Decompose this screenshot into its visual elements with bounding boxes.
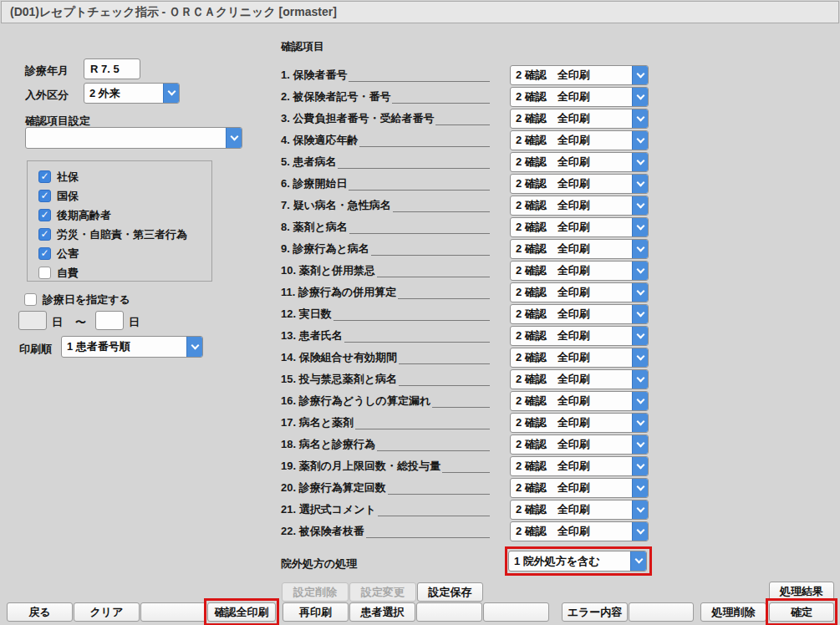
check-item-select[interactable]: 2 確認 全印刷: [510, 174, 649, 194]
check-item-select[interactable]: 2 確認 全印刷: [510, 326, 649, 346]
check-item-select[interactable]: 2 確認 全印刷: [510, 478, 649, 498]
chevron-down-icon[interactable]: [632, 109, 648, 128]
check-item-label: 16. 診療行為どうしの算定漏れ: [281, 390, 490, 412]
chevron-down-icon[interactable]: [632, 414, 648, 432]
check-item-select-value: 2 確認 全印刷: [511, 414, 632, 432]
underline: [399, 363, 490, 364]
process-delete-button[interactable]: 処理削除: [700, 602, 766, 622]
check-item-label: 10. 薬剤と併用禁忌: [281, 260, 490, 282]
date-to-input[interactable]: [95, 311, 124, 330]
check-item-label: 8. 薬剤と病名: [281, 216, 490, 238]
chevron-down-icon[interactable]: [226, 128, 242, 148]
check-item-select[interactable]: 2 確認 全印刷: [510, 130, 649, 150]
checkbox[interactable]: [38, 267, 51, 279]
chevron-down-icon[interactable]: [632, 175, 648, 193]
underline: [388, 494, 490, 495]
check-item-row: 10. 薬剤と併用禁忌 2 確認 全印刷: [281, 260, 649, 282]
confirm-all-print-button[interactable]: 確認全印刷: [207, 602, 276, 622]
blank-button-3[interactable]: [483, 602, 549, 622]
check-item-select[interactable]: 2 確認 全印刷: [510, 87, 649, 107]
specify-date-row: 診療日を指定する: [24, 290, 130, 309]
outside-prescription-select[interactable]: 1 院外処方を含む: [508, 551, 647, 572]
chevron-down-icon[interactable]: [632, 348, 648, 367]
treatment-month-input[interactable]: R 7. 5: [84, 58, 140, 79]
chevron-down-icon[interactable]: [632, 392, 648, 410]
check-item-select[interactable]: 2 確認 全印刷: [510, 196, 649, 216]
clear-button[interactable]: クリア: [74, 602, 140, 622]
chevron-down-icon[interactable]: [632, 522, 648, 541]
chevron-down-icon[interactable]: [163, 84, 179, 103]
check-item-label: 2. 被保険者記号・番号: [281, 86, 490, 108]
print-order-select[interactable]: 1 患者番号順: [61, 336, 203, 358]
underline: [333, 320, 490, 321]
specify-date-checkbox[interactable]: [24, 293, 37, 306]
inout-class-select[interactable]: 2 外来: [84, 83, 180, 104]
chevron-down-icon[interactable]: [186, 337, 202, 357]
error-content-button[interactable]: エラー内容: [562, 602, 628, 622]
confirm-button[interactable]: 確定: [769, 602, 834, 622]
check-item-select[interactable]: 2 確認 全印刷: [510, 282, 649, 302]
chevron-down-icon[interactable]: [632, 370, 648, 389]
print-order-label: 印刷順: [19, 342, 52, 357]
chevron-down-icon[interactable]: [632, 153, 648, 171]
check-item-select[interactable]: 2 確認 全印刷: [510, 217, 649, 237]
blank-button-1[interactable]: [140, 602, 206, 622]
date-from-input[interactable]: [18, 311, 47, 330]
check-item-select[interactable]: 2 確認 全印刷: [510, 521, 649, 541]
chevron-down-icon[interactable]: [632, 131, 648, 150]
check-item-select-value: 2 確認 全印刷: [511, 196, 632, 215]
check-item-select[interactable]: 2 確認 全印刷: [510, 434, 649, 455]
blank-button-2[interactable]: [416, 602, 482, 622]
insurance-filter-group: 社保 国保 後期高齢者 労災・自賠責・第三者行為 公害 自費: [27, 160, 212, 282]
checkbox[interactable]: [38, 228, 51, 241]
chevron-down-icon[interactable]: [632, 88, 648, 106]
chevron-down-icon[interactable]: [632, 327, 648, 345]
window-title: (D01)レセプトチェック指示 - ＯＲＣＡクリニック [ormaster]: [1, 1, 839, 23]
check-item-row: 9. 診療行為と病名 2 確認 全印刷: [281, 238, 649, 260]
settings-change-button[interactable]: 設定変更: [349, 582, 416, 602]
checkbox[interactable]: [38, 247, 51, 260]
chevron-down-icon[interactable]: [632, 283, 648, 302]
receipt-check-window: (D01)レセプトチェック指示 - ＯＲＣＡクリニック [ormaster] 診…: [0, 0, 840, 625]
check-item-select[interactable]: 2 確認 全印刷: [510, 304, 649, 324]
check-item-select[interactable]: 2 確認 全印刷: [510, 456, 649, 476]
chevron-down-icon[interactable]: [632, 305, 648, 323]
check-item-select[interactable]: 2 確認 全印刷: [510, 391, 649, 411]
chevron-down-icon[interactable]: [632, 457, 648, 475]
check-item-row: 17. 病名と薬剤 2 確認 全印刷: [281, 412, 649, 434]
chevron-down-icon[interactable]: [632, 262, 648, 280]
date-range-tilde: 〜: [75, 315, 86, 330]
checkbox[interactable]: [38, 190, 51, 202]
settings-delete-button[interactable]: 設定削除: [282, 582, 349, 602]
chevron-down-icon[interactable]: [632, 196, 648, 215]
settings-save-button[interactable]: 設定保存: [417, 582, 483, 602]
back-button[interactable]: 戻る: [7, 602, 73, 622]
chevron-down-icon[interactable]: [632, 479, 648, 497]
check-item-select[interactable]: 2 確認 全印刷: [510, 413, 649, 433]
treatment-month-label: 診療年月: [25, 64, 69, 79]
patient-select-button[interactable]: 患者選択: [349, 602, 415, 622]
check-item-select[interactable]: 2 確認 全印刷: [510, 348, 649, 368]
chevron-down-icon[interactable]: [632, 240, 648, 258]
chevron-down-icon[interactable]: [632, 435, 648, 454]
checkbox[interactable]: [38, 170, 51, 183]
chevron-down-icon[interactable]: [632, 66, 648, 84]
underline: [338, 168, 490, 169]
reprint-button[interactable]: 再印刷: [283, 602, 349, 622]
chevron-down-icon[interactable]: [632, 218, 648, 236]
inout-class-value: 2 外来: [84, 84, 163, 103]
check-item-select[interactable]: 2 確認 全印刷: [510, 65, 649, 85]
chevron-down-icon[interactable]: [632, 501, 648, 519]
check-item-label: 6. 診療開始日: [281, 173, 490, 195]
check-item-select[interactable]: 2 確認 全印刷: [510, 109, 649, 129]
blank-button-4[interactable]: [629, 602, 694, 622]
check-item-label: 18. 病名と診療行為: [281, 434, 490, 455]
check-item-select[interactable]: 2 確認 全印刷: [510, 369, 649, 389]
check-item-select[interactable]: 2 確認 全印刷: [510, 152, 649, 172]
check-item-select[interactable]: 2 確認 全印刷: [510, 500, 649, 520]
check-item-select[interactable]: 2 確認 全印刷: [510, 261, 649, 281]
check-item-setting-select[interactable]: [25, 127, 242, 149]
check-item-select[interactable]: 2 確認 全印刷: [510, 239, 649, 259]
chevron-down-icon[interactable]: [630, 551, 646, 571]
checkbox[interactable]: [38, 209, 51, 221]
